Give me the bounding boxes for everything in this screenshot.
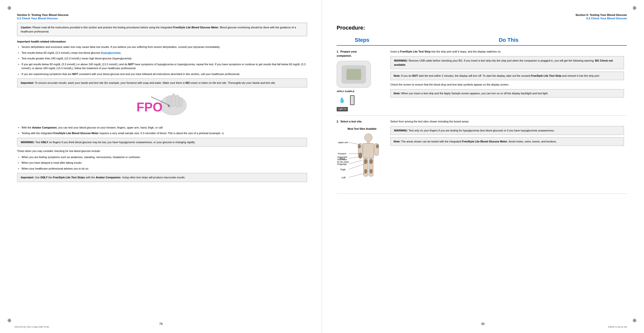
steps-col-header: Steps [337, 35, 390, 46]
body-diagram-svg: Upper arm Forearm Hand Fingertips Thigh [337, 132, 386, 188]
svg-point-8 [364, 134, 372, 141]
table-row: 1. Prepare yourcompanion. APPLY SAMPLE [337, 46, 627, 115]
step-1-cell: 1. Prepare yourcompanion. APPLY SAMPLE [337, 46, 390, 115]
device-image-area: APPLY SAMPLE 💧 Light On [337, 61, 388, 111]
svg-text:Forearm: Forearm [338, 152, 346, 155]
note-label-2: Note: [394, 92, 400, 95]
svg-text:for the Hand: for the Hand [337, 161, 348, 163]
warning-label-2: WARNING: [394, 129, 408, 132]
svg-text:Upper arm: Upper arm [338, 141, 348, 144]
step-1-warning: WARNING: Remove USB cable before checkin… [390, 56, 624, 69]
list-item: If you are experiencing symptoms that ar… [17, 72, 307, 76]
svg-text:FPO: FPO [136, 100, 162, 114]
right-page-number: 80 [482, 322, 484, 326]
svg-text:Test Areas: Test Areas [337, 158, 347, 161]
step-1-label: 1. Prepare yourcompanion. [337, 50, 388, 58]
warning-label-1: WARNING: [21, 141, 35, 144]
strip-icon [350, 95, 354, 105]
table-row: 2. Select a test site. Most Test Sites A… [337, 115, 627, 194]
svg-line-26 [349, 157, 360, 159]
left-page: ⊕ ⊕ Section 5: Testing Your Blood Glucos… [0, 0, 322, 333]
procedure-heading: Procedure: [337, 25, 627, 31]
svg-rect-9 [367, 141, 370, 143]
svg-point-21 [376, 144, 379, 148]
times-text: Times when you may consider checking for… [17, 149, 307, 153]
list-item: Testing with the integrated FreeStyle Li… [17, 131, 307, 135]
list-item: When you have delayed a meal after takin… [17, 161, 307, 165]
list-item: Test results below 60 mg/dL (3.3 mmol/L)… [17, 51, 307, 55]
svg-text:Thigh: Thigh [340, 168, 346, 171]
note-text-2: When you insert a test strip and the App… [401, 92, 548, 95]
warning-text-2: Test only on your fingers if you are tes… [409, 129, 555, 132]
caution-label: Caution: [21, 26, 32, 29]
list-item: When you are feeling symptoms such as we… [17, 155, 307, 159]
list-item: Test results greater than 240 mg/dL (13.… [17, 57, 307, 61]
left-section-header: Section 5: Testing Your Blood Glucose [17, 14, 307, 16]
important-label-1: Important: [21, 81, 34, 84]
svg-text:Suggested: Suggested [337, 156, 347, 158]
warning-text: Remove USB cable before checking your BG… [394, 59, 613, 66]
right-page: ⊕ ⊕ Section 5: Testing Your Blood Glucos… [322, 0, 644, 333]
list-item: If you get results below 60 mg/dL (3.3 m… [17, 62, 307, 70]
caution-box: Caution: Please read all the instruction… [17, 23, 307, 36]
crosshair-bot-left: ⊕ [7, 317, 12, 323]
svg-line-32 [349, 173, 366, 177]
check-screen-text: Check the screen to ensure that the bloo… [390, 83, 624, 87]
warning-label: WARNING: [394, 59, 408, 62]
step-2-note: Note: The areas shown can be tested with… [390, 137, 624, 146]
body-diagram-container: Most Test Sites Available [337, 127, 388, 190]
important-text-1: To ensure accurate results, wash your ha… [35, 81, 276, 84]
dothis-col-header: Do This [390, 35, 627, 46]
step-2-dothis: Select from among the test sites shown i… [390, 115, 627, 194]
step-2-warning: WARNING: Test only on your fingers if yo… [390, 126, 624, 135]
svg-line-30 [349, 163, 366, 169]
svg-point-4 [179, 98, 183, 107]
svg-rect-10 [363, 143, 374, 158]
list-item: When your healthcare professional advise… [17, 167, 307, 171]
doc-date: 2/9/09 11:29:41 AM [608, 326, 627, 328]
note-label-3: Note: [394, 140, 400, 143]
step-2-intro: Select from among the test sites shown i… [390, 120, 624, 124]
steps-table: Steps Do This 1. Prepare yourcompanion. [337, 35, 627, 194]
important-label-2: Important: [21, 176, 34, 179]
note-label-1: Note: [394, 74, 400, 77]
warning-text-1: Test ONLY on fingers if you think blood … [36, 141, 195, 144]
step-1-intro: Insert a FreeStyle Lite Test Strip into … [390, 50, 624, 54]
light-on-badge: Light On [337, 107, 348, 111]
svg-point-19 [370, 169, 372, 173]
companion-bullet-list: With the Aviator Companion, you can test… [17, 126, 307, 135]
most-test-sites-label: Most Test Sites Available [337, 127, 388, 131]
svg-point-20 [358, 144, 361, 148]
svg-text:Calf: Calf [342, 176, 346, 179]
important-box-1: Important: To ensure accurate results, w… [17, 78, 307, 88]
apply-icons: 💧 [338, 95, 354, 105]
apply-sample-label: APPLY SAMPLE [337, 90, 354, 93]
left-section-subtitle: 5.2 Check Your Blood Glucose [17, 17, 307, 20]
left-page-number: 79 [159, 322, 162, 326]
step-1-note-1: Note: If you do NOT start the test withi… [390, 72, 624, 80]
svg-text:Fingertips: Fingertips [337, 163, 347, 165]
important-health-heading: Important health-related information: [17, 40, 307, 43]
step-2-label: 2. Select a test site. [337, 120, 388, 124]
device-inner [342, 65, 366, 84]
crosshair-bot-right: ⊕ [632, 317, 637, 323]
step-1-dothis: Insert a FreeStyle Lite Test Strip into … [390, 46, 627, 115]
device-illustration [337, 61, 371, 88]
warning-box-1: WARNING: Test ONLY on fingers if you thi… [17, 138, 307, 147]
right-section-subtitle: 5.2 Check Your Blood Glucose [337, 17, 627, 20]
crosshair-top-left: ⊕ [7, 5, 12, 11]
svg-line-28 [349, 160, 362, 164]
svg-line-22 [349, 142, 359, 144]
note-text-1: If you do NOT start the test within 2 mi… [401, 74, 600, 77]
fpo-image: FPO [132, 92, 192, 121]
svg-point-16 [364, 159, 368, 164]
health-bullet-list: Severe dehydration and excessive water l… [17, 45, 307, 76]
drop-icon: 💧 [338, 96, 345, 104]
device-screen [346, 69, 361, 80]
step-2-cell: 2. Select a test site. Most Test Sites A… [337, 115, 390, 194]
crosshair-top-right: ⊕ [632, 5, 637, 11]
svg-point-18 [364, 169, 367, 173]
step-1-note-2: Note: When you insert a test strip and t… [390, 89, 624, 98]
important-box-2: Important: Use ONLY the FreeStyle Lite T… [17, 173, 307, 182]
important-text-2: Use ONLY the FreeStyle Lite Test Strips … [35, 176, 185, 179]
